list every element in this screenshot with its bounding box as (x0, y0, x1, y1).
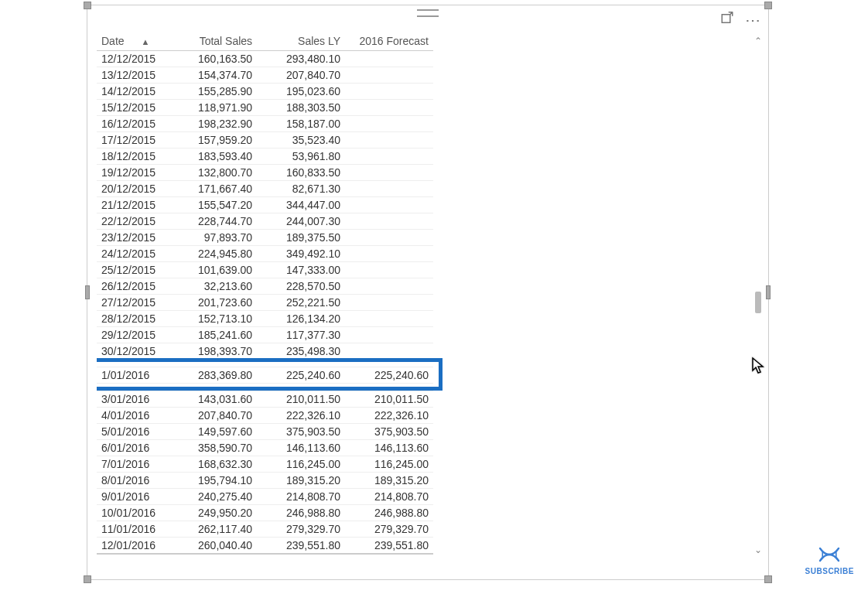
cell-date: 6/01/2016 (97, 440, 169, 456)
table-row[interactable]: 5/01/2016149,597.60375,903.50375,903.50 (97, 424, 433, 440)
cell-total-sales: 224,945.80 (169, 246, 257, 262)
cell-forecast: 246,988.80 (345, 505, 433, 521)
col-header-forecast[interactable]: 2016 Forecast (345, 32, 433, 51)
table-row[interactable]: 6/01/2016358,590.70146,113.60146,113.60 (97, 440, 433, 456)
table-row[interactable] (97, 360, 433, 367)
cell-forecast (345, 132, 433, 148)
table-row[interactable]: 24/12/2015224,945.80349,492.10 (97, 246, 433, 262)
table-row[interactable]: 12/01/2016260,040.40239,551.80239,551.80 (97, 538, 433, 555)
cell-date: 30/12/2015 (97, 343, 169, 360)
cell-date: 13/12/2015 (97, 67, 169, 84)
scroll-thumb[interactable] (755, 292, 761, 313)
table-row[interactable]: 9/01/2016240,275.40214,808.70214,808.70 (97, 489, 433, 505)
cell-forecast (345, 278, 433, 295)
resize-handle-right[interactable] (766, 285, 771, 299)
cell-date: 25/12/2015 (97, 262, 169, 278)
table-row[interactable] (97, 384, 433, 391)
cell-date: 3/01/2016 (97, 391, 169, 408)
cell-sales-ly (257, 384, 345, 391)
cell-sales-ly: 188,303.50 (257, 100, 345, 116)
cell-forecast (345, 343, 433, 360)
cell-sales-ly: 195,023.60 (257, 84, 345, 100)
table-row[interactable]: 13/12/2015154,374.70207,840.70 (97, 67, 433, 84)
cell-date: 15/12/2015 (97, 100, 169, 116)
cell-date: 23/12/2015 (97, 230, 169, 246)
cell-total-sales: 262,117.40 (169, 521, 257, 538)
data-table: Date ▲ Total Sales Sales LY 2016 Forecas… (97, 32, 433, 558)
cell-date: 21/12/2015 (97, 197, 169, 213)
more-options-icon[interactable]: ⋯ (745, 16, 762, 24)
cell-sales-ly: 375,903.50 (257, 424, 345, 440)
cell-total-sales: 143,031.60 (169, 391, 257, 408)
cell-total-sales: 195,794.10 (169, 473, 257, 489)
scroll-down-arrow-icon[interactable]: ⌄ (753, 545, 764, 556)
table-row[interactable]: 21/12/2015155,547.20344,447.00 (97, 197, 433, 213)
cell-forecast (345, 327, 433, 343)
totals-total-sales: 134,735,686.80 (169, 554, 257, 558)
resize-handle-tr[interactable] (764, 2, 772, 9)
resize-handle-br[interactable] (764, 575, 772, 583)
drag-handle-icon[interactable] (417, 9, 439, 17)
cell-total-sales: 198,393.70 (169, 343, 257, 360)
cell-total-sales: 358,590.70 (169, 440, 257, 456)
vertical-scrollbar[interactable]: ⌃ ⌄ (753, 36, 764, 556)
scroll-up-arrow-icon[interactable]: ⌃ (753, 36, 764, 47)
cell-forecast (345, 311, 433, 327)
table-row[interactable]: 23/12/201597,893.70189,375.50 (97, 230, 433, 246)
col-header-sales-ly[interactable]: Sales LY (257, 32, 345, 51)
cell-total-sales: 152,713.10 (169, 311, 257, 327)
cell-forecast: 222,326.10 (345, 408, 433, 424)
cell-total-sales: 171,667.40 (169, 181, 257, 197)
cell-sales-ly (257, 360, 345, 367)
svg-rect-0 (722, 15, 730, 23)
cell-sales-ly: 35,523.40 (257, 132, 345, 148)
table-row[interactable]: 25/12/2015101,639.00147,333.00 (97, 262, 433, 278)
table-row[interactable]: 17/12/2015157,959.2035,523.40 (97, 132, 433, 148)
table-row[interactable]: 18/12/2015183,593.4053,961.80 (97, 148, 433, 165)
cell-total-sales: 160,163.50 (169, 51, 257, 67)
table-row[interactable]: 8/01/2016195,794.10189,315.20189,315.20 (97, 473, 433, 489)
resize-handle-left[interactable] (85, 285, 90, 299)
cell-sales-ly: 239,551.80 (257, 538, 345, 555)
subscribe-badge[interactable]: SUBSCRIBE (805, 545, 854, 575)
table-row[interactable]: 26/12/201532,213.60228,570.50 (97, 278, 433, 295)
resize-handle-bl[interactable] (84, 575, 91, 583)
table-row[interactable]: 29/12/2015185,241.60117,377.30 (97, 327, 433, 343)
table-row[interactable]: 14/12/2015155,285.90195,023.60 (97, 84, 433, 100)
resize-handle-tl[interactable] (84, 2, 91, 9)
totals-label: Total (97, 554, 169, 558)
cell-forecast (345, 295, 433, 311)
table-row[interactable]: 15/12/2015118,971.90188,303.50 (97, 100, 433, 116)
cell-total-sales: 154,374.70 (169, 67, 257, 84)
table-row[interactable]: 28/12/2015152,713.10126,134.20 (97, 311, 433, 327)
cell-forecast: 239,551.80 (345, 538, 433, 555)
cell-sales-ly: 53,961.80 (257, 148, 345, 165)
cell-date: 4/01/2016 (97, 408, 169, 424)
cell-date: 12/12/2015 (97, 51, 169, 67)
table-row[interactable]: 4/01/2016207,840.70222,326.10222,326.10 (97, 408, 433, 424)
cell-date (97, 360, 169, 367)
table-row[interactable]: 27/12/2015201,723.60252,221.50 (97, 295, 433, 311)
table-row[interactable]: 22/12/2015228,744.70244,007.30 (97, 213, 433, 230)
col-header-date[interactable]: Date ▲ (97, 32, 169, 51)
data-table-container: Date ▲ Total Sales Sales LY 2016 Forecas… (97, 32, 750, 558)
table-row[interactable]: 30/12/2015198,393.70235,498.30 (97, 343, 433, 360)
table-row[interactable]: 3/01/2016143,031.60210,011.50210,011.50 (97, 391, 433, 408)
cell-date: 19/12/2015 (97, 165, 169, 181)
cell-total-sales: 149,597.60 (169, 424, 257, 440)
table-row[interactable]: 1/01/2016283,369.80225,240.60225,240.60 (97, 367, 433, 384)
table-row[interactable]: 11/01/2016262,117.40279,329.70279,329.70 (97, 521, 433, 538)
table-row[interactable]: 7/01/2016168,632.30116,245.00116,245.00 (97, 456, 433, 473)
table-row[interactable]: 19/12/2015132,800.70160,833.50 (97, 165, 433, 181)
cell-date: 16/12/2015 (97, 116, 169, 132)
table-row[interactable]: 10/01/2016249,950.20246,988.80246,988.80 (97, 505, 433, 521)
table-row[interactable]: 12/12/2015160,163.50293,480.10 (97, 51, 433, 67)
cell-forecast (345, 84, 433, 100)
table-row[interactable]: 16/12/2015198,232.90158,187.00 (97, 116, 433, 132)
table-row[interactable]: 20/12/2015171,667.4082,671.30 (97, 181, 433, 197)
focus-mode-icon[interactable] (720, 12, 734, 29)
cell-sales-ly: 82,671.30 (257, 181, 345, 197)
cell-sales-ly: 189,315.20 (257, 473, 345, 489)
col-header-total-sales[interactable]: Total Sales (169, 32, 257, 51)
cell-total-sales: 97,893.70 (169, 230, 257, 246)
